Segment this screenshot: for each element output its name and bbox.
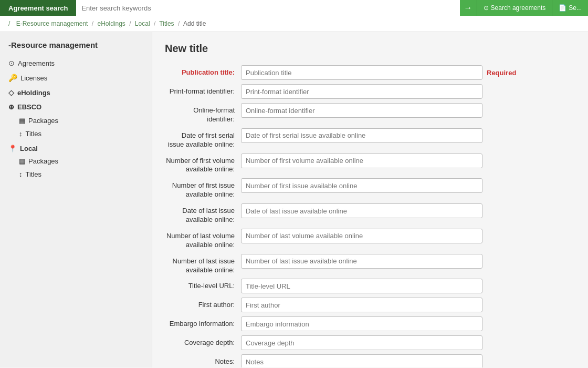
input-last-issue[interactable] [241,254,482,269]
breadcrumb-eholdings[interactable]: eHoldings [97,20,125,27]
top-bar: Agreement search → ⊙ Search agreements 📄… [0,0,588,16]
ebsco-icon: ⊕ [8,103,14,111]
input-title-url[interactable] [241,279,482,293]
label-title-url: Title-level URL: [165,279,241,291]
label-last-volume: Number of last volume available online: [165,229,241,250]
input-wrap-notes [241,354,575,367]
sidebar-subitem-local-titles[interactable]: ↕ Titles [0,168,152,181]
sidebar-subitem-ebsco-titles[interactable]: ↕ Titles [0,127,152,140]
new-title-form: Publication title: Required Print-format… [165,65,575,367]
input-wrap-first-volume [241,154,575,168]
input-last-volume[interactable] [241,229,482,243]
input-wrap-title-url [241,279,575,293]
form-row-online-format: Online-format identifier: [165,103,575,124]
agreements-icon: ⊙ [8,59,15,67]
input-wrap-publication-title: Required [241,65,575,80]
layout: -Resource management ⊙ Agreements 🔑 Lice… [0,32,588,367]
label-first-issue: Number of first issue available online: [165,178,241,199]
form-row-print-format: Print-format identifier: [165,84,575,99]
local-icon: 📍 [8,145,17,152]
search-submit-button[interactable]: → [460,0,477,16]
form-row-last-volume: Number of last volume available online: [165,229,575,250]
input-wrap-embargo [241,316,575,331]
local-packages-icon: ▦ [19,157,25,165]
sidebar-local-label: Local [20,145,38,152]
form-row-first-volume: Number of first volume available online: [165,154,575,175]
eholdings-icon: ◇ [8,88,14,97]
input-print-format[interactable] [241,84,482,99]
local-titles-icon: ↕ [19,170,23,178]
input-date-last-issue[interactable] [241,203,482,218]
label-first-author: First author: [165,298,241,310]
label-date-first-serial: Date of first serial issue available onl… [165,128,241,149]
sidebar-eholdings-label: eHoldings [17,89,50,97]
input-publication-title[interactable] [241,65,482,80]
label-publication-title: Publication title: [165,65,241,77]
input-wrap-first-issue [241,178,575,193]
se-icon: 📄 [559,4,566,12]
sidebar-licenses-label: Licenses [20,74,47,82]
required-badge: Required [487,69,516,77]
sidebar-ebsco-packages-label: Packages [28,117,58,125]
search-agreements-icon: ⊙ [484,4,489,12]
input-online-format[interactable] [241,103,482,118]
main-content: New title Publication title: Required Pr… [152,32,588,367]
input-first-volume[interactable] [241,154,482,168]
sidebar-item-agreements[interactable]: ⊙ Agreements [0,56,152,70]
form-row-coverage-depth: Coverage depth: [165,335,575,350]
input-coverage-depth[interactable] [241,335,482,350]
breadcrumb-home[interactable]: / [8,20,10,27]
input-wrap-coverage-depth [241,335,575,350]
sidebar-local-titles-label: Titles [26,170,42,178]
sidebar-agreements-label: Agreements [18,59,55,67]
sidebar-ebsco-titles-label: Titles [26,130,42,138]
breadcrumb-titles[interactable]: Titles [159,20,174,27]
form-row-first-author: First author: [165,298,575,312]
brand-label: Agreement search [0,0,76,16]
form-row-last-issue: Number of last issue available online: [165,254,575,275]
label-first-volume: Number of first volume available online: [165,154,241,175]
sidebar-subitem-local-packages[interactable]: ▦ Packages [0,155,152,168]
breadcrumb-local[interactable]: Local [135,20,150,27]
input-embargo[interactable] [241,316,482,331]
input-notes[interactable] [241,354,482,367]
sidebar-item-eholdings[interactable]: ◇ eHoldings [0,85,152,100]
se-button[interactable]: 📄 Se... [552,0,588,16]
form-row-publication-title: Publication title: Required [165,65,575,80]
se-label: Se... [569,4,582,12]
sidebar-group-ebsco[interactable]: ⊕ EBSCO [0,100,152,114]
search-agreements-button[interactable]: ⊙ Search agreements [477,0,552,16]
sidebar-local-section: 📍 Local [0,140,152,155]
form-row-title-url: Title-level URL: [165,279,575,293]
input-date-first-serial[interactable] [241,128,482,143]
sidebar: -Resource management ⊙ Agreements 🔑 Lice… [0,32,152,367]
search-input[interactable] [76,0,459,16]
search-agreements-label: Search agreements [491,4,546,12]
input-first-author[interactable] [241,298,482,312]
sidebar-item-licenses[interactable]: 🔑 Licenses [0,70,152,85]
form-row-embargo: Embargo information: [165,316,575,331]
label-date-last-issue: Date of last issue available online: [165,203,241,224]
form-row-notes: Notes: [165,354,575,367]
form-row-date-first-serial: Date of first serial issue available onl… [165,128,575,149]
input-wrap-first-author [241,298,575,312]
label-embargo: Embargo information: [165,316,241,329]
input-first-issue[interactable] [241,178,482,193]
input-wrap-online-format [241,103,575,118]
breadcrumb-current: Add title [183,20,206,27]
input-wrap-date-first-serial [241,128,575,143]
input-wrap-last-volume [241,229,575,243]
search-bar: → [76,0,476,16]
label-print-format: Print-format identifier: [165,84,241,96]
label-notes: Notes: [165,354,241,366]
input-wrap-last-issue [241,254,575,269]
page-title: New title [165,43,575,55]
sidebar-title: -Resource management [0,38,152,56]
sidebar-subitem-ebsco-packages[interactable]: ▦ Packages [0,114,152,127]
label-last-issue: Number of last issue available online: [165,254,241,275]
form-row-date-last-issue: Date of last issue available online: [165,203,575,224]
ebsco-titles-icon: ↕ [19,130,23,138]
form-row-first-issue: Number of first issue available online: [165,178,575,199]
breadcrumb-eresource[interactable]: E-Resource management [16,20,88,27]
input-wrap-print-format [241,84,575,99]
